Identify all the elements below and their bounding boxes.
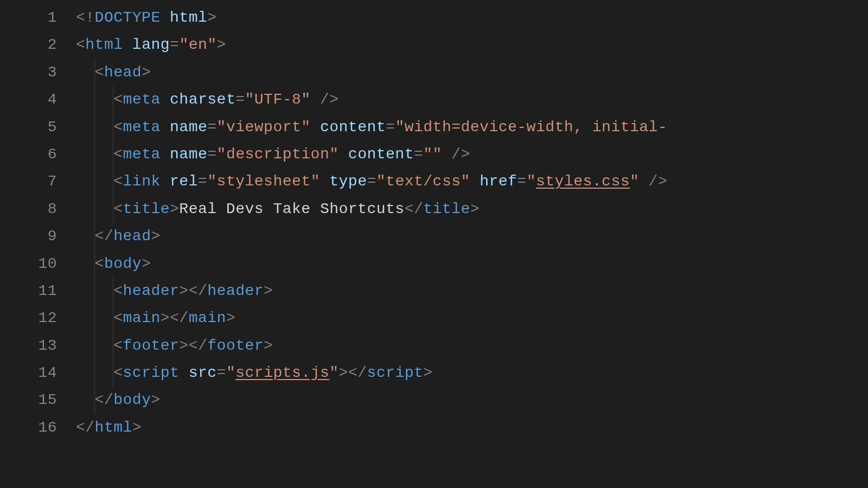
code-line[interactable]: </html> [76,414,868,441]
code-token: < [113,146,123,163]
code-editor[interactable]: 12345678910111213141516 <!DOCTYPE html><… [0,0,868,488]
line-number: 5 [0,114,57,141]
code-token: content [348,146,414,163]
code-token: head [113,228,151,245]
code-token: html [170,9,207,26]
code-line[interactable]: </body> [76,387,868,414]
code-token: = [235,91,245,108]
line-number: 13 [0,332,57,359]
code-token: "width=device-width, initial- [395,119,667,136]
code-token: </ [405,201,424,217]
code-token: < [113,364,123,381]
code-token: < [113,119,123,136]
code-token: lang [132,36,170,53]
code-line[interactable]: <footer></footer> [76,332,868,359]
line-number: 15 [0,387,57,414]
code-line[interactable]: <meta name="viewport" content="width=dev… [76,114,868,141]
code-token: = [207,119,216,136]
line-number: 16 [0,414,57,441]
code-token: < [95,64,104,81]
code-token: body [104,255,142,272]
code-token [311,119,320,136]
code-token: " [630,173,639,190]
code-token: html [95,419,132,436]
code-token: > [217,36,226,53]
code-line[interactable]: <head> [76,59,868,86]
line-number: 9 [0,223,57,250]
code-token [161,146,170,163]
code-token: html [85,36,123,53]
line-number: 10 [0,251,57,278]
code-line[interactable]: <header></header> [76,278,868,305]
code-token: < [95,255,104,272]
code-token: </ [95,228,114,245]
code-line[interactable]: <main></main> [76,305,868,332]
code-token: > [151,391,160,408]
code-token: > [132,419,142,436]
code-token: meta [123,146,161,163]
code-token: = [207,146,216,163]
code-token: <! [76,9,95,26]
code-token: < [113,201,123,217]
line-number: 14 [0,359,57,387]
code-token: "description" [217,146,339,163]
line-number: 1 [0,4,57,31]
code-token: "" [423,146,442,163]
code-line[interactable]: <link rel="stylesheet" type="text/css" h… [76,168,868,195]
code-token: footer [207,337,264,354]
code-token: link [123,173,161,190]
code-token: " [527,173,536,190]
code-token: title [423,201,470,217]
line-number: 12 [0,305,57,332]
code-token: "text/css" [376,173,470,190]
code-line[interactable]: <script src="scripts.js"></script> [76,359,868,387]
code-token: > [207,9,216,26]
code-token: script [123,364,180,381]
code-token: " [329,364,339,381]
code-line[interactable]: <!DOCTYPE html> [76,4,868,31]
code-token: = [517,173,526,190]
code-token: rel [170,173,198,190]
code-token: main [123,310,161,326]
code-token: > [226,310,235,326]
code-token [161,119,170,136]
code-token: > [170,201,179,217]
code-token: scripts.js [235,364,329,381]
code-token: script [367,364,423,381]
code-token: </ [170,310,189,326]
code-token: Real Devs Take Shortcuts [179,201,404,217]
code-token: > [264,337,273,354]
code-token: "viewport" [217,119,311,136]
code-token: < [113,91,123,108]
line-number: 7 [0,168,57,195]
code-token: "UTF-8" [245,91,311,108]
code-token: < [113,282,123,299]
code-token: > [264,282,273,299]
code-token: styles.css [536,173,630,190]
code-token: < [113,337,123,354]
code-line[interactable]: <meta name="description" content="" /> [76,141,868,168]
code-token: > [151,228,160,245]
code-token: > [658,173,667,190]
code-token [161,9,170,26]
code-line[interactable]: <title>Real Devs Take Shortcuts</title> [76,196,868,223]
line-number: 6 [0,141,57,168]
code-token: head [104,64,142,81]
code-token: = [217,364,226,381]
code-area[interactable]: <!DOCTYPE html><html lang="en"> <head> <… [76,4,868,488]
code-token: = [414,146,423,163]
code-token: = [367,173,376,190]
code-token: header [123,282,180,299]
code-token: > [339,364,348,381]
code-line[interactable]: </head> [76,223,868,250]
code-line[interactable]: <meta charset="UTF-8" /> [76,86,868,113]
line-number: 8 [0,196,57,223]
code-line[interactable]: <body> [76,251,868,278]
code-token: </ [189,337,208,354]
code-token: meta [123,91,161,108]
code-line[interactable]: <html lang="en"> [76,31,868,59]
line-number: 4 [0,86,57,113]
code-token: </ [76,419,95,436]
code-token: > [179,282,188,299]
line-number: 3 [0,59,57,86]
